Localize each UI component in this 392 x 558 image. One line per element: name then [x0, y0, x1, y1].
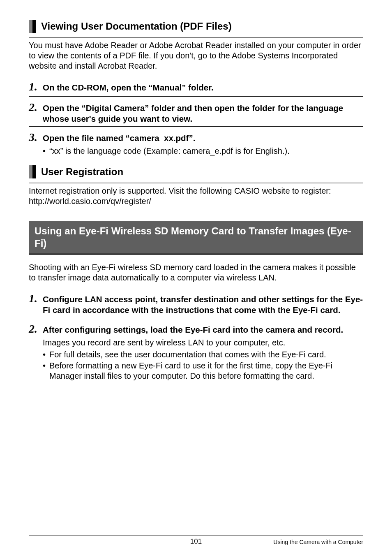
major-heading-eyefi: Using an Eye-Fi Wireless SD Memory Card … [29, 221, 363, 255]
bullet-dot: • [43, 350, 49, 360]
subheading-label: Viewing User Documentation (PDF Files) [41, 20, 232, 33]
step-3-bullet: • “xx” is the language code (Example: ca… [43, 146, 363, 156]
step-text: Configure LAN access point, transfer des… [43, 294, 363, 315]
step-number: 2. [29, 322, 43, 336]
section2-para: Internet registration only is supported.… [29, 186, 363, 206]
bullet-text: For full details, see the user documenta… [49, 350, 326, 360]
step-1: 1. On the CD-ROM, open the “Manual” fold… [29, 79, 363, 94]
subheading-label: User Registration [41, 165, 123, 178]
step-separator [29, 126, 363, 127]
step-2-bullet-2: • Before formatting a new Eye-Fi card to… [43, 361, 363, 381]
step-2-eyefi: 2. After configuring settings, load the … [29, 322, 363, 381]
step-3: 3. Open the file named “camera_xx.pdf”. … [29, 130, 363, 156]
subheading-underline [29, 183, 363, 183]
page-footer: 101 Using the Camera with a Computer [29, 535, 363, 546]
bullet-dot: • [43, 361, 49, 381]
step-text: After configuring settings, load the Eye… [43, 324, 343, 335]
step-2-bullet-1: • For full details, see the user documen… [43, 350, 363, 360]
subheading-bar-black [32, 20, 36, 33]
step-2-body: Images you record are sent by wireless L… [43, 338, 363, 348]
step-1-eyefi: 1. Configure LAN access point, transfer … [29, 291, 363, 315]
subheading-user-registration: User Registration [29, 165, 363, 178]
step-number: 1. [29, 291, 43, 306]
step-2: 2. Open the “Digital Camera” folder and … [29, 100, 363, 124]
section1-intro: You must have Adobe Reader or Adobe Acro… [29, 40, 363, 71]
step-number: 2. [29, 100, 43, 114]
subheading-bar-black [32, 165, 36, 178]
bullet-dot: • [43, 146, 49, 156]
subheading-underline [29, 37, 363, 38]
step-separator [29, 96, 363, 97]
step-separator [29, 318, 363, 318]
step-text: Open the file named “camera_xx.pdf”. [43, 133, 195, 144]
bullet-text: Before formatting a new Eye-Fi card to u… [49, 361, 363, 381]
step-number: 1. [29, 79, 43, 94]
bullet-text: “xx” is the language code (Example: came… [49, 146, 290, 156]
subheading-bar-grey [29, 165, 32, 178]
section3-intro: Shooting with an Eye-Fi wireless SD memo… [29, 262, 363, 283]
subheading-bar-grey [29, 20, 32, 33]
step-text: On the CD-ROM, open the “Manual” folder. [43, 82, 214, 93]
step-text: Open the “Digital Camera” folder and the… [43, 103, 363, 124]
page-number: 101 [29, 537, 363, 546]
step-number: 3. [29, 130, 43, 144]
subheading-viewing-docs: Viewing User Documentation (PDF Files) [29, 20, 363, 33]
